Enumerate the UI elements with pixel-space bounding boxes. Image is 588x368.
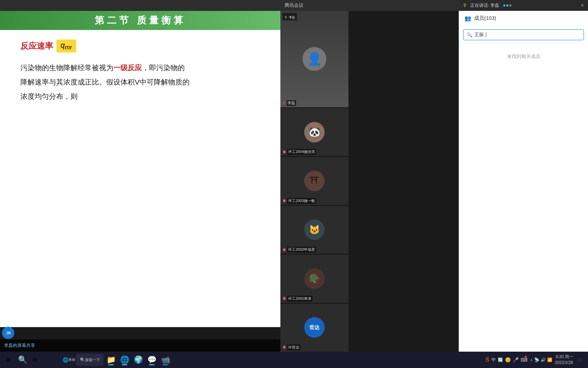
video-card-3: ⛩ 🔇 环工2003施一帆	[280, 157, 348, 205]
slide-title: 第二节 质量衡算	[95, 14, 186, 27]
emoji-icon[interactable]: 😊	[505, 357, 511, 363]
name-2: 环工2004施佳琪	[287, 149, 316, 155]
task-view-icon: ⧉	[33, 357, 37, 363]
reaction-rate-label: 反应速率	[20, 41, 53, 51]
tray-expand[interactable]: ∧	[530, 358, 533, 362]
ime-zhong-icon[interactable]: 中	[491, 357, 496, 363]
name-4: 环工2002申瑞星	[287, 247, 316, 252]
speaker-video: 👤	[280, 11, 348, 107]
dot-3	[509, 4, 511, 6]
speaking-close-button[interactable]: ×	[581, 2, 584, 9]
slide-area: 第二节 质量衡算 反应速率 qmr 污染物的生物降解经常被视为一级反应，即污染物…	[0, 11, 280, 327]
video-card-6: 世达 🔇 许世达	[280, 304, 348, 352]
speaking-label: 正在讲话: 李磊	[470, 2, 499, 9]
name-bar-3: 🔇 环工2003施一帆	[280, 198, 348, 204]
video-card-2: 🐼 🔇 环工2004施佳琪	[280, 108, 348, 156]
body-text-2: ，即污染物的	[142, 64, 185, 72]
active-indicator-edge	[122, 364, 127, 365]
search-icon: 🔍	[467, 32, 472, 37]
show-desktop-icon: |	[578, 358, 581, 362]
taskbar-app-wechat[interactable]: 💬	[146, 354, 158, 366]
body-text-4: 浓度均匀分布，则	[20, 92, 78, 100]
active-indicator-meeting	[163, 364, 168, 365]
speaker-avatar: 👤	[303, 47, 326, 71]
keyboard-icon[interactable]: ⌨	[521, 357, 527, 363]
video-card-4: 🐱 🔇 环工2002申瑞星	[280, 206, 348, 254]
now-speaking-bar: 🎙 正在讲话: 李磊 ×	[459, 0, 588, 11]
body-text-3: 降解速率与其浓度成正比。假设体积V中可降解物质的	[20, 78, 190, 86]
avatar-6: 世达	[304, 317, 325, 338]
name-bar-2: 🔇 环工2004施佳琪	[280, 149, 348, 155]
sharing-info-bar: 李磊的屏幕共享	[0, 339, 280, 352]
dot-1	[503, 4, 505, 6]
system-tray: ∧ 📡 🔊 📶	[530, 357, 552, 362]
taskbar-app-news[interactable]: 🌐 基辅发生大爆炸	[63, 354, 75, 366]
taskbar-app-ie[interactable]: 🌍	[132, 354, 144, 366]
speaker-name: 李磊	[287, 100, 296, 106]
participants-panel: 👥 成员(103) 🔍 王振 未找到相关成员	[459, 11, 588, 368]
speaker-badge-label: 李磊	[289, 16, 295, 19]
slide-paragraph: 污染物的生物降解经常被视为一级反应，即污染物的 降解速率与其浓度成正比。假设体积…	[20, 61, 260, 104]
participants-icon: 👥	[464, 15, 471, 21]
taskbar-app-tencent-meeting[interactable]: 📹	[159, 354, 172, 366]
active-indicator-wechat	[149, 364, 154, 365]
text-cursor	[486, 32, 486, 37]
speaker-name-bar: 🎙 李磊	[280, 100, 348, 106]
app-title: 腾讯会议	[284, 2, 304, 9]
active-indicator	[108, 364, 114, 365]
mic-sys-icon[interactable]: 🎤	[513, 357, 519, 363]
highlight-text-1: 一级反应	[113, 64, 142, 72]
taskbar-clock[interactable]: 8:20 周一 2022/2/28	[555, 354, 573, 366]
tray-icon-2: 🔊	[541, 357, 546, 362]
taskbar-app-search[interactable]: 🔍 搜索一下	[76, 354, 103, 366]
taskbar-app-edge[interactable]: 🌐	[118, 354, 131, 366]
avatar-5: 🪖	[304, 269, 325, 289]
mic-icon-3: 🔇	[282, 199, 286, 202]
time-badge: :38	[2, 327, 14, 339]
reaction-rate-line: 反应速率 qmr	[20, 40, 260, 52]
name-3: 环工2003施一帆	[287, 198, 316, 204]
clock-date: 2022/2/28	[555, 360, 573, 366]
name-6: 许世达	[287, 344, 300, 350]
taskbar-app-folder[interactable]: 📁	[105, 354, 117, 366]
participants-header: 👥 成员(103)	[459, 11, 588, 26]
windows-icon: ⊞	[6, 356, 11, 364]
edge-icon: 🌐	[120, 355, 129, 364]
tray-icon-3: 📶	[547, 357, 552, 362]
video-strip: 👤 🎙 李磊 🎙 李磊 🐼 🔇 环工2004施佳琪 ⛩ 🔇 环工2003施一帆 …	[280, 11, 348, 352]
formula-display: qmr	[56, 40, 76, 52]
start-button[interactable]: ⊞	[0, 354, 16, 366]
avatar-2: 🐼	[304, 122, 325, 142]
show-desktop-button[interactable]: |	[576, 358, 584, 362]
name-bar-4: 🔇 环工2002申瑞星	[280, 247, 348, 252]
microphone-icon: 🎙	[463, 3, 468, 8]
task-view-button[interactable]: ⧉	[29, 354, 41, 366]
avatar-3: ⛩	[304, 171, 325, 191]
notification-dot	[525, 356, 527, 358]
folder-icon: 📁	[107, 355, 116, 364]
speaker-badge-icon: 🎙	[284, 16, 288, 19]
input-method-icon[interactable]: S	[486, 357, 489, 363]
mic-icon-4: 🔇	[282, 248, 286, 251]
wechat-icon: 💬	[147, 355, 157, 364]
name-bar-5: 🔇 环工2002单涛	[280, 296, 348, 302]
speaker-mic-icon: 🎙	[282, 101, 285, 105]
mic-icon-6: 🔇	[282, 346, 286, 349]
meeting-icon: 📹	[161, 355, 170, 364]
sharing-info-text: 李磊的屏幕共享	[4, 342, 35, 349]
refresh-icon: 🔄	[498, 357, 503, 362]
search-app-label: 搜索一下	[85, 357, 100, 363]
search-icon: 🔍	[18, 355, 27, 364]
video-card-5: 🪖 🔇 环工2002单涛	[280, 255, 348, 303]
search-button[interactable]: 🔍	[16, 354, 29, 366]
search-input-wrapper[interactable]: 🔍 王振	[463, 29, 584, 40]
taskbar: ⊞ 🔍 ⧉ Ai 🌐 基辅发生大爆炸 🔍 搜索一下 📁 🌐 🌍	[0, 352, 588, 368]
search-text: 王振	[474, 32, 484, 38]
search-bar: 🔍 王振	[459, 26, 588, 44]
name-bar-6: 🔇 许世达	[280, 344, 348, 350]
participants-list: 未找到相关成员	[459, 44, 588, 368]
clock-time: 8:20 周一	[555, 354, 573, 360]
body-text-1: 污染物的生物降解经常被视为	[20, 64, 113, 72]
participants-title: 成员(103)	[474, 15, 496, 21]
video-card-speaker: 👤 🎙 李磊 🎙 李磊	[280, 11, 348, 107]
